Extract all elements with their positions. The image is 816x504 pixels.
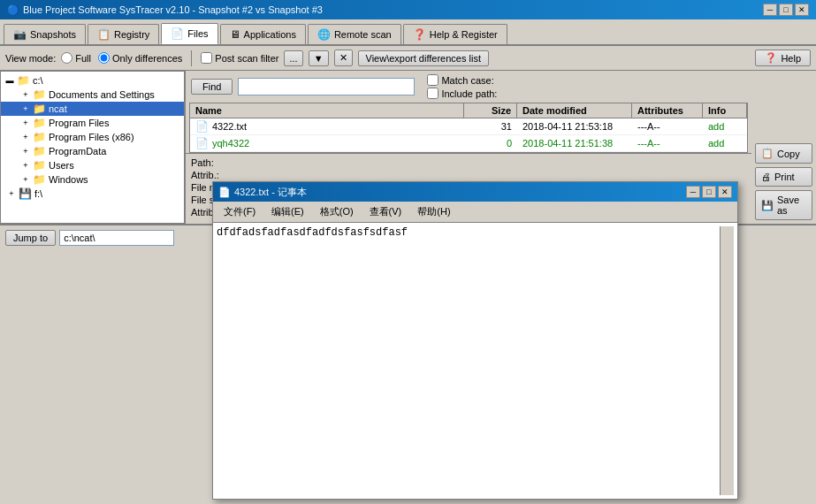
find-bar: Find Match case: Include path: (186, 71, 816, 103)
tree-item-c-root[interactable]: ▬ 📁 c:\ (1, 73, 184, 88)
toggle-program-files: + (19, 118, 33, 127)
td-info-0: add (703, 119, 747, 134)
full-radio[interactable]: Full (61, 52, 91, 64)
th-modified[interactable]: Date modified (517, 103, 632, 118)
tab-registry[interactable]: 📋 Registry (88, 24, 159, 44)
match-case-checkbox[interactable] (427, 74, 439, 86)
folder-icon-windows: 📁 (33, 173, 46, 186)
view-mode-group: Full Only differences (61, 52, 182, 64)
toggle-f-drive: + (4, 189, 19, 198)
th-attributes[interactable]: Attributes (632, 103, 703, 118)
toggle-c-root: ▬ (3, 76, 17, 85)
print-button[interactable]: 🖨 Print (755, 167, 812, 187)
toggle-programdata: + (19, 147, 33, 156)
tab-snapshots[interactable]: 📷 Snapshots (4, 24, 86, 44)
td-size-0: 31 (464, 119, 517, 134)
tree-item-program-files-x86[interactable]: + 📁 Program Files (x86) (1, 130, 184, 144)
find-input[interactable] (238, 78, 415, 95)
drive-icon-f: 💾 (19, 187, 32, 200)
maximize-button[interactable]: □ (779, 4, 793, 16)
tree-item-documents[interactable]: + 📁 Documents and Settings (1, 88, 184, 102)
menu-help[interactable]: 帮助(H) (410, 203, 457, 220)
toggle-windows: + (19, 175, 33, 184)
minimize-button[interactable]: ─ (763, 4, 777, 16)
find-options: Match case: Include path: (427, 74, 497, 99)
tree-item-ncat[interactable]: + 📁 ncat (1, 102, 184, 116)
table-row[interactable]: 📄 yqh4322 0 2018-04-11 21:51:38 ---A-- a… (190, 135, 747, 152)
folder-icon-ncat: 📁 (33, 103, 46, 115)
toolbar: View mode: Full Only differences Post sc… (0, 46, 816, 71)
tree-item-f-drive[interactable]: + 💾 f:\ (1, 187, 184, 201)
help-register-icon: ❓ (413, 28, 426, 41)
app-icon: 🔵 (7, 4, 19, 16)
post-scan-checkbox[interactable]: Post scan filter (201, 52, 278, 64)
menu-edit[interactable]: 编辑(E) (264, 203, 311, 220)
tab-help-register[interactable]: ❓ Help & Register (403, 24, 507, 44)
only-diff-radio[interactable]: Only differences (98, 52, 182, 64)
save-as-button[interactable]: 💾 Save as (755, 190, 812, 220)
tab-applications[interactable]: 🖥 Applications (220, 24, 306, 44)
view-export-button[interactable]: View\export differences list (358, 50, 489, 66)
toggle-program-files-x86: + (19, 133, 33, 141)
tab-remote-scan[interactable]: 🌐 Remote scan (308, 24, 401, 44)
remote-scan-icon: 🌐 (317, 28, 331, 41)
file-icon-1: 📄 (195, 137, 209, 149)
menu-format[interactable]: 格式(O) (313, 203, 361, 220)
th-size[interactable]: Size (464, 103, 517, 118)
td-modified-0: 2018-04-11 21:53:18 (517, 119, 632, 134)
tab-files[interactable]: 📄 Files (161, 23, 217, 44)
tree-item-windows[interactable]: + 📁 Windows (1, 172, 184, 187)
only-diff-radio-input[interactable] (98, 52, 110, 64)
clear-filter-button[interactable]: ✕ (334, 50, 353, 66)
table-row[interactable]: 📄 4322.txt 31 2018-04-11 21:53:18 ---A--… (190, 118, 747, 135)
dialog-textarea[interactable] (217, 226, 720, 495)
tree-item-program-files[interactable]: + 📁 Program Files (1, 116, 184, 130)
close-button[interactable]: ✕ (795, 4, 809, 16)
tree-root: ▬ 📁 c:\ + 📁 Documents and Settings + 📁 n… (1, 72, 184, 202)
tab-bar: 📷 Snapshots 📋 Registry 📄 Files 🖥 Applica… (0, 19, 816, 46)
folder-icon-users: 📁 (33, 159, 46, 172)
td-attr-0: ---A-- (632, 119, 703, 134)
help-button[interactable]: ❓ Help (755, 50, 811, 66)
td-name-1: 📄 yqh4322 (190, 135, 464, 151)
jump-to-input[interactable] (59, 230, 174, 246)
dialog-title-bar: 📄 4322.txt - 记事本 ─ □ ✕ (213, 182, 737, 202)
folder-icon-programdata: 📁 (33, 145, 46, 157)
menu-view[interactable]: 查看(V) (362, 203, 409, 220)
files-icon: 📄 (171, 27, 184, 40)
dialog-minimize-button[interactable]: ─ (686, 186, 700, 198)
save-icon: 💾 (761, 200, 774, 211)
dialog-maximize-button[interactable]: □ (702, 186, 716, 198)
window-controls: ─ □ ✕ (763, 4, 809, 16)
td-size-1: 0 (464, 136, 517, 150)
th-info[interactable]: Info (703, 103, 747, 118)
tree-panel: ▬ 📁 c:\ + 📁 Documents and Settings + 📁 n… (0, 71, 186, 224)
folder-icon-c: 📁 (17, 74, 30, 87)
tree-item-programdata[interactable]: + 📁 ProgramData (1, 144, 184, 158)
table-header: Name Size Date modified Attributes Info (190, 103, 747, 118)
include-path-checkbox[interactable] (427, 88, 439, 99)
dialog-close-button[interactable]: ✕ (718, 186, 732, 198)
td-info-1: add (703, 136, 747, 150)
th-name[interactable]: Name (190, 103, 464, 118)
dialog-content-area (213, 223, 737, 499)
info-attrib: Attrib.: (191, 170, 746, 180)
td-attr-1: ---A-- (632, 136, 703, 150)
print-icon: 🖨 (761, 172, 771, 182)
find-button[interactable]: Find (191, 79, 233, 95)
tree-item-users[interactable]: + 📁 Users (1, 158, 184, 172)
jump-to-button[interactable]: Jump to (5, 230, 56, 246)
match-case-option[interactable]: Match case: (427, 74, 497, 86)
toggle-documents: + (19, 90, 33, 99)
toggle-users: + (19, 161, 33, 170)
post-scan-input[interactable] (201, 52, 212, 64)
dialog-app-icon: 📄 (218, 187, 231, 198)
filter-icon-button[interactable]: ▼ (309, 50, 329, 66)
include-path-option[interactable]: Include path: (427, 88, 497, 99)
full-radio-input[interactable] (61, 52, 72, 64)
menu-file[interactable]: 文件(F) (217, 203, 263, 220)
copy-button[interactable]: 📋 Copy (755, 143, 812, 164)
filter-options-button[interactable]: ... (284, 50, 302, 66)
copy-icon: 📋 (761, 148, 774, 159)
dialog-scrollbar[interactable] (720, 226, 734, 495)
